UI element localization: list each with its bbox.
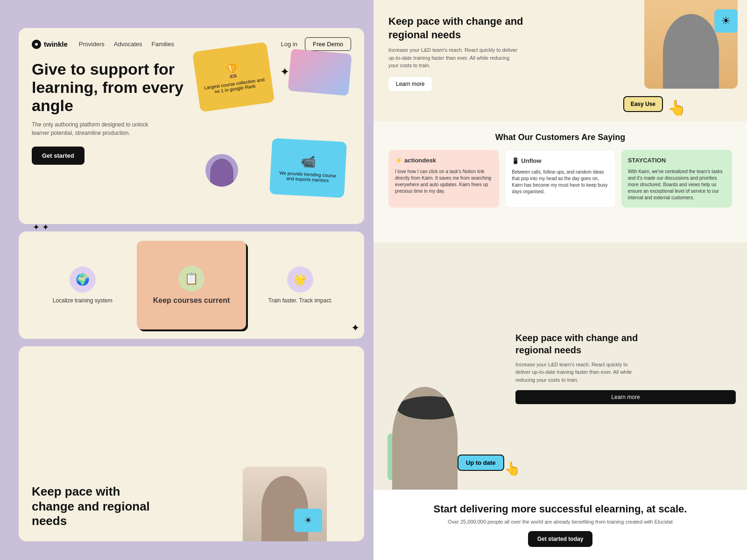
features-section: ✦ ✦ 🌍 Localize training system 📋 Keep co… [19,231,364,339]
hero-cards: 🏆 Largest course collection and no 1 in … [177,37,355,215]
card-pink [288,49,352,96]
regional-text: Keep pace with change and regional needs… [504,243,747,490]
nav-providers[interactable]: Providers [79,41,105,48]
card-blue: 📹 We provide trending course and exports… [269,138,347,198]
unflow-logo: 📱 Unflow [512,157,608,165]
testimonials-grid: ⚡ actiondesk I love how I can click on a… [388,150,732,208]
nav-families[interactable]: Families [151,41,174,48]
trophy-icon: 🏆 [223,62,241,79]
bottom-section: Keep pace with change and regional needs… [19,346,364,541]
starburst-icon: ✦ [280,65,289,78]
card-blue-text: We provide trending course and exports m… [275,170,341,183]
card-yellow-text: Largest course collection and no 1 in go… [202,77,268,96]
regional-title: Keep pace with change and regional needs [515,332,646,356]
easy-use-label: Easy Use [631,101,655,107]
avatar-circle [205,154,238,187]
testimonial-staycation: STAYCATION With Kairn, we've centralized… [621,150,732,208]
pace-description: Increase your L&D team's reach. React qu… [388,46,519,70]
logo-icon [32,40,41,49]
testimonial-actiondesk: ⚡ actiondesk I love how I can click on a… [388,150,499,208]
left-panel: twinkle Providers Advocates Families Log… [19,28,364,541]
cta-section: Start delivering more successful elearni… [374,490,747,560]
feature-localize[interactable]: 🌍 Localize training system [28,248,137,322]
bottom-title: Keep pace with change and regional needs [32,484,153,528]
customers-title: What Our Customers Are Saying [388,133,732,142]
logo-text: twinkle [44,40,68,48]
hand-icon: 👆 [668,99,686,117]
unflow-icon: 📱 [512,157,519,165]
actiondesk-icon: ⚡ [395,156,402,165]
hero-subtitle: The only authoring platform designed to … [32,120,162,137]
feature-courses[interactable]: 📋 Keep courses current [137,241,246,329]
bottom-text: Keep pace with change and regional needs [32,484,153,528]
staycation-text: With Kairn, we've centralized the team's… [628,168,726,201]
regional-learn-more-button[interactable]: Learn more [515,390,736,404]
unflow-text: Between calls, follow ups, and random id… [512,169,608,195]
localize-icon: 🌍 [70,266,96,293]
track-icon: 🌟 [287,266,313,293]
feature-track[interactable]: 🌟 Train faster. Track impact. [246,248,355,322]
feature-track-label: Train faster. Track impact. [268,297,333,304]
feature-localize-label: Localize training system [53,297,113,304]
unflow-name: Unflow [521,157,541,165]
easy-use-badge: Easy Use [623,96,663,112]
regional-person [374,243,504,490]
spark-icons: ✦ ✦ [33,222,49,232]
pace-title: Keep pace with change and regional needs [388,15,529,42]
nav-advocates[interactable]: Advocates [114,41,142,48]
uptodate-hand-icon: 👆 [504,461,521,476]
uptodate-badge: Up to date [458,455,504,471]
testimonial-unflow: 📱 Unflow Between calls, follow ups, and … [505,150,615,208]
staycation-name: STAYCATION [628,156,666,165]
courses-icon: 📋 [178,266,204,292]
hero-section: twinkle Providers Advocates Families Log… [19,28,364,224]
features-grid: 🌍 Localize training system 📋 Keep course… [19,231,364,339]
actiondesk-text: I love how I can click on a task's Notio… [395,168,493,195]
staycation-logo: STAYCATION [628,156,726,165]
cta-description: Over 25,000,000 people all over the worl… [388,519,732,525]
hero-title: Give to support for learning, from every… [32,60,190,115]
card-yellow: 🏆 Largest course collection and no 1 in … [192,42,275,112]
customers-section: What Our Customers Are Saying ⚡ actionde… [374,121,747,243]
spark-right-icon: ✦ [351,322,359,334]
pace-section-top: Keep pace with change and regional needs… [374,0,747,121]
camera-icon: 📹 [301,154,317,169]
avatar-person [210,159,233,187]
learn-more-button[interactable]: Learn more [388,77,432,91]
cta-button[interactable]: Get started today [528,531,593,547]
regional-section: Keep pace with change and regional needs… [374,243,747,490]
feature-courses-label: Keep courses current [153,296,230,305]
nav-links: Providers Advocates Families [79,41,174,48]
logo[interactable]: twinkle [32,40,68,49]
sun-badge: ☀ [714,9,738,33]
uptodate-label: Up to date [466,459,496,466]
bottom-person: ☀ [243,467,327,541]
get-started-button[interactable]: Get started [32,147,85,165]
regional-description: Increase your L&D team's reach. React qu… [515,361,637,384]
actiondesk-name: actiondesk [404,156,436,165]
cta-title: Start delivering more successful elearni… [388,503,732,515]
right-panel: Keep pace with change and regional needs… [374,0,747,560]
actiondesk-logo: ⚡ actiondesk [395,156,493,165]
